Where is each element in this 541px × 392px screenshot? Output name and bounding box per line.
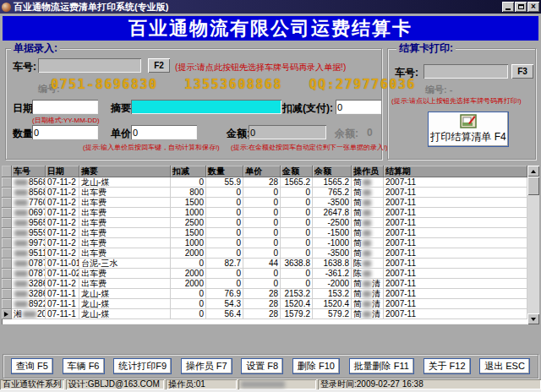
table-row[interactable]: 856807-11-2龙山-煤055.9281565.21565.2简2007-… <box>2 177 527 188</box>
table-row[interactable]: 湘208907-11-1龙山-煤056.4281579.2579.2简清2007… <box>2 309 527 319</box>
cell-balance: 579.2 <box>313 309 352 319</box>
cell-amount: 1520.4 <box>281 299 313 309</box>
column-header[interactable]: 车号 <box>12 166 46 177</box>
summary-input[interactable] <box>131 100 281 114</box>
record-selector[interactable] <box>2 208 12 218</box>
cell-amount: 0 <box>281 269 313 279</box>
scrollbar-up-icon[interactable] <box>527 166 539 177</box>
cell-period: 2007-11 <box>384 309 527 319</box>
date-input[interactable] <box>32 100 98 114</box>
table-row[interactable]: 328607-11-2出车费2000000-2000简清2007-11 <box>2 279 527 289</box>
cell-date: 07-11-01 <box>46 259 79 269</box>
table-row[interactable]: 856807-11-2出车费800000765.2简2007-11 <box>2 188 527 198</box>
toolbar-button-5[interactable]: 设置 F8 <box>241 358 283 374</box>
toolbar-button-1[interactable]: 查询 F5 <box>11 358 53 374</box>
scrollbar-thumb[interactable] <box>527 177 539 195</box>
record-selector[interactable] <box>2 218 12 228</box>
cell-operator: 简清 <box>352 279 384 289</box>
toolbar-button-3[interactable]: 统计打印F9 <box>113 358 172 374</box>
record-selector[interactable] <box>2 198 12 208</box>
cell-amount: 0 <box>281 208 313 218</box>
cell-price: 0 <box>243 208 281 218</box>
vertical-scrollbar[interactable] <box>527 166 539 324</box>
minimize-icon[interactable] <box>502 2 514 12</box>
select-car-f2-button[interactable]: F2 <box>148 58 170 73</box>
column-header[interactable]: 余额 <box>313 166 352 177</box>
table-row[interactable]: 956507-11-2出车费2500000-2500简2007-11 <box>2 218 527 228</box>
toolbar-button-9[interactable]: 退出 ESC <box>479 358 530 374</box>
cell-amount: 1565.2 <box>281 177 313 188</box>
column-header[interactable]: 数量 <box>206 166 243 177</box>
restore-icon[interactable] <box>515 2 527 12</box>
table-row[interactable]: 078707-11-01台泥-三水082.7443638.81638.8陈200… <box>2 259 527 269</box>
cell-operator: 陈 <box>352 269 384 279</box>
amount-input[interactable] <box>249 125 326 139</box>
table-row[interactable]: 997307-11-2出车费1000000-1000简2007-11 <box>2 238 527 248</box>
censored-blur <box>363 291 371 297</box>
amount-label: 金额: <box>227 127 250 141</box>
table-row[interactable]: 078707-11-02出车费2000000-361.2陈2007-11 <box>2 269 527 279</box>
print-settlement-button[interactable]: 打印结算清单 F4 <box>428 112 509 147</box>
deduct-label: 扣减(支付): <box>282 101 333 116</box>
column-header[interactable]: 扣减 <box>171 166 206 177</box>
column-header[interactable]: 结算期 <box>384 166 527 177</box>
print-carno-input[interactable] <box>424 64 508 79</box>
censored-blur <box>363 250 371 257</box>
column-header[interactable]: 摘要 <box>79 166 171 177</box>
cell-date: 07-11-2 <box>46 248 79 259</box>
toolbar-button-7[interactable]: 批量删除 F11 <box>349 358 414 374</box>
record-selector[interactable] <box>2 248 12 259</box>
record-selector[interactable] <box>2 289 12 299</box>
cell-balance: -361.2 <box>313 269 352 279</box>
close-icon[interactable]: × <box>527 2 539 12</box>
censored-blur <box>14 210 28 216</box>
table-row[interactable]: 955907-11-2出车费1500000-1500简2007-11 <box>2 228 527 238</box>
entry-panel-title: 单据录入: <box>11 43 60 54</box>
cell-qty: 0 <box>206 208 243 218</box>
censored-blur <box>363 311 371 318</box>
table-row[interactable]: 951107-11-2出车费2000000-3500简2007-11 <box>2 248 527 259</box>
column-header[interactable]: 操作员 <box>352 166 384 177</box>
record-selector[interactable] <box>2 269 12 279</box>
toolbar-button-8[interactable]: 关于 F12 <box>424 358 471 374</box>
print-settlement-label: 打印结算清单 F4 <box>430 130 505 144</box>
select-car-f3-button[interactable]: F3 <box>511 64 533 79</box>
cell-deduct: 0 <box>171 309 206 319</box>
status-segment-4 <box>238 379 316 389</box>
censored-blur <box>363 301 371 308</box>
toolbar-button-6[interactable]: 删除 F10 <box>292 358 340 374</box>
table-row[interactable]: 892207-11-1龙山-煤054.3281520.41520.4简清2007… <box>2 299 527 309</box>
censored-blur <box>14 260 28 267</box>
deduct-input[interactable] <box>336 100 381 114</box>
entry-carno-input[interactable] <box>38 58 141 73</box>
price-input[interactable] <box>131 125 197 139</box>
record-selector[interactable] <box>2 259 12 269</box>
column-header[interactable]: 单价 <box>243 166 281 177</box>
record-selector[interactable] <box>2 279 12 289</box>
column-header[interactable]: 日期 <box>46 166 79 177</box>
record-selector[interactable] <box>2 228 12 238</box>
cell-operator: 简清 <box>352 299 384 309</box>
censored-blur <box>14 199 28 206</box>
table-row[interactable]: 069707-11-2出车费10000002647.8简2007-11 <box>2 208 527 218</box>
scrollbar-down-icon[interactable] <box>527 313 539 324</box>
record-selector[interactable] <box>2 188 12 198</box>
qty-input[interactable] <box>32 125 98 139</box>
toolbar-button-2[interactable]: 车辆 F6 <box>63 358 105 374</box>
cell-price: 28 <box>243 289 281 299</box>
cell-price: 0 <box>243 188 281 198</box>
cell-amount: 0 <box>281 188 313 198</box>
table-row[interactable]: 328607-11-1龙山-煤076.9282153.2153.2简清2007-… <box>2 289 527 299</box>
cell-date: 07-11-1 <box>46 299 79 309</box>
cell-summary: 出车费 <box>79 269 171 279</box>
table-row[interactable]: 776007-11-2出车费1500000-3500简2007-11 <box>2 198 527 208</box>
column-header[interactable]: 金额 <box>281 166 313 177</box>
cell-summary: 出车费 <box>79 188 171 198</box>
toolbar-button-4[interactable]: 操作员 F7 <box>181 358 232 374</box>
record-selector[interactable] <box>2 238 12 248</box>
record-selector[interactable] <box>2 177 12 188</box>
record-selector[interactable] <box>2 309 12 319</box>
record-selector[interactable] <box>2 299 12 309</box>
cell-qty: 0 <box>206 238 243 248</box>
cell-date: 07-11-2 <box>46 238 79 248</box>
